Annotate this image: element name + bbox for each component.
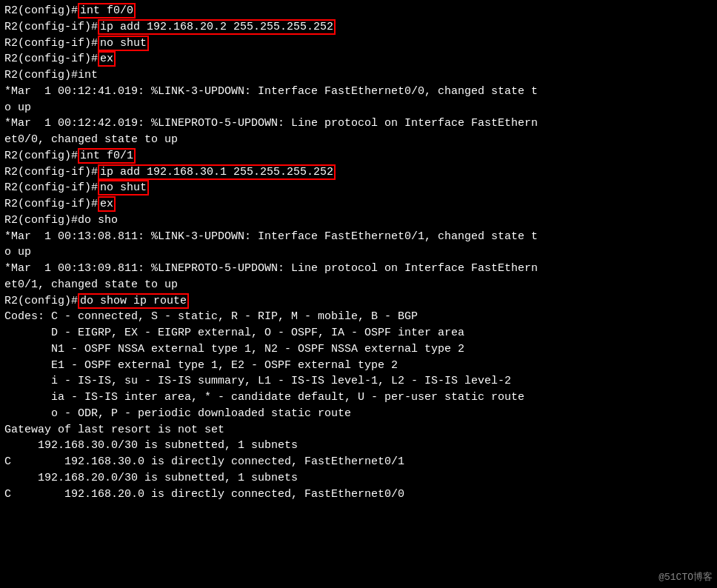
- terminal-line: R2(config)#do sho: [4, 213, 713, 229]
- terminal-line: o up: [4, 100, 713, 116]
- terminal-text: R2(config-if)#: [4, 37, 98, 50]
- highlighted-command: ip add 192.168.20.2 255.255.255.252: [98, 19, 336, 35]
- terminal-line: o up: [4, 244, 713, 261]
- terminal-line: R2(config)#int f0/0: [4, 3, 713, 19]
- terminal-text: R2(config-if)#: [4, 21, 98, 33]
- terminal-text: 192.168.20.0/30 is subnetted, 1 subnets: [4, 472, 298, 484]
- terminal-line: R2(config)#int: [4, 67, 713, 84]
- terminal-text: i - IS-IS, su - IS-IS summary, L1 - IS-I…: [4, 375, 511, 387]
- terminal-text: R2(config-if)#: [4, 53, 98, 65]
- terminal-text: C 192.168.30.0 is directly connected, Fa…: [4, 455, 404, 468]
- highlighted-command: int f0/0: [78, 3, 136, 19]
- terminal-line: *Mar 1 00:13:08.811: %LINK-3-UPDOWN: Int…: [4, 229, 713, 245]
- terminal-line: R2(config-if)#ex: [4, 196, 713, 213]
- terminal-text: D - EIGRP, EX - EIGRP external, O - OSPF…: [4, 327, 464, 339]
- terminal-line: i - IS-IS, su - IS-IS summary, L1 - IS-I…: [4, 373, 713, 390]
- highlighted-command: no shut: [98, 180, 149, 196]
- terminal-line: C 192.168.30.0 is directly connected, Fa…: [4, 454, 713, 470]
- terminal-line: 192.168.20.0/30 is subnetted, 1 subnets: [4, 470, 713, 487]
- terminal-text: 192.168.30.0/30 is subnetted, 1 subnets: [4, 439, 298, 452]
- highlighted-command: int f0/1: [78, 148, 136, 164]
- watermark: @51CTO博客: [658, 571, 713, 585]
- highlighted-command: ex: [98, 196, 116, 212]
- terminal-text: R2(config)#int: [4, 69, 98, 81]
- terminal-text: *Mar 1 00:13:08.811: %LINK-3-UPDOWN: Int…: [4, 230, 538, 243]
- terminal-text: et0/1, changed state to up: [4, 278, 178, 291]
- terminal-line: C 192.168.20.0 is directly connected, Fa…: [4, 487, 713, 503]
- terminal-text: R2(config)#: [4, 295, 78, 307]
- terminal-line: N1 - OSPF NSSA external type 1, N2 - OSP…: [4, 341, 713, 358]
- terminal-line: E1 - OSPF external type 1, E2 - OSPF ext…: [4, 358, 713, 374]
- terminal-text: ia - IS-IS inter area, * - candidate def…: [4, 391, 524, 404]
- terminal-line: ia - IS-IS inter area, * - candidate def…: [4, 390, 713, 406]
- terminal-text: R2(config)#do sho: [4, 214, 118, 227]
- terminal-text: Gateway of last resort is not set: [4, 424, 224, 436]
- terminal-line: et0/0, changed state to up: [4, 132, 713, 148]
- terminal-line: o - ODR, P - periodic downloaded static …: [4, 406, 713, 422]
- terminal-line: *Mar 1 00:13:09.811: %LINEPROTO-5-UPDOWN…: [4, 261, 713, 277]
- highlighted-command: do show ip route: [78, 293, 189, 309]
- terminal-text: Codes: C - connected, S - static, R - RI…: [4, 310, 418, 323]
- terminal-text: R2(config)#: [4, 4, 78, 17]
- terminal-line: R2(config-if)#ip add 192.168.30.1 255.25…: [4, 164, 713, 181]
- terminal-text: R2(config-if)#: [4, 198, 98, 210]
- terminal-line: 192.168.30.0/30 is subnetted, 1 subnets: [4, 438, 713, 454]
- terminal-content: R2(config)#int f0/0R2(config-if)#ip add …: [4, 3, 713, 502]
- terminal-line: Codes: C - connected, S - static, R - RI…: [4, 309, 713, 325]
- terminal-text: *Mar 1 00:12:41.019: %LINK-3-UPDOWN: Int…: [4, 85, 538, 98]
- terminal-text: R2(config-if)#: [4, 181, 98, 194]
- terminal-line: *Mar 1 00:12:41.019: %LINK-3-UPDOWN: Int…: [4, 84, 713, 100]
- highlighted-command: ex: [98, 51, 116, 67]
- terminal-text: N1 - OSPF NSSA external type 1, N2 - OSP…: [4, 343, 464, 355]
- terminal-text: R2(config)#: [4, 150, 78, 162]
- terminal-text: *Mar 1 00:13:09.811: %LINEPROTO-5-UPDOWN…: [4, 262, 538, 275]
- highlighted-command: no shut: [98, 36, 149, 51]
- terminal-text: *Mar 1 00:12:42.019: %LINEPROTO-5-UPDOWN…: [4, 117, 538, 130]
- terminal-text: o up: [4, 101, 31, 114]
- terminal-line: D - EIGRP, EX - EIGRP external, O - OSPF…: [4, 325, 713, 341]
- highlighted-command: ip add 192.168.30.1 255.255.255.252: [98, 164, 336, 180]
- terminal-text: E1 - OSPF external type 1, E2 - OSPF ext…: [4, 359, 398, 372]
- terminal-text: et0/0, changed state to up: [4, 133, 178, 146]
- terminal-line: R2(config)#do show ip route: [4, 293, 713, 310]
- terminal-text: o - ODR, P - periodic downloaded static …: [4, 407, 351, 420]
- terminal-line: R2(config-if)#no shut: [4, 36, 713, 52]
- terminal-text: R2(config-if)#: [4, 166, 98, 178]
- terminal-line: R2(config-if)#no shut: [4, 180, 713, 196]
- terminal-line: R2(config-if)#ex: [4, 51, 713, 67]
- terminal-text: C 192.168.20.0 is directly connected, Fa…: [4, 488, 404, 501]
- terminal-window: R2(config)#int f0/0R2(config-if)#ip add …: [0, 0, 717, 588]
- terminal-line: *Mar 1 00:12:42.019: %LINEPROTO-5-UPDOWN…: [4, 116, 713, 132]
- terminal-text: o up: [4, 246, 31, 258]
- terminal-line: R2(config)#int f0/1: [4, 148, 713, 164]
- terminal-line: et0/1, changed state to up: [4, 277, 713, 293]
- terminal-line: Gateway of last resort is not set: [4, 422, 713, 438]
- terminal-line: R2(config-if)#ip add 192.168.20.2 255.25…: [4, 19, 713, 36]
